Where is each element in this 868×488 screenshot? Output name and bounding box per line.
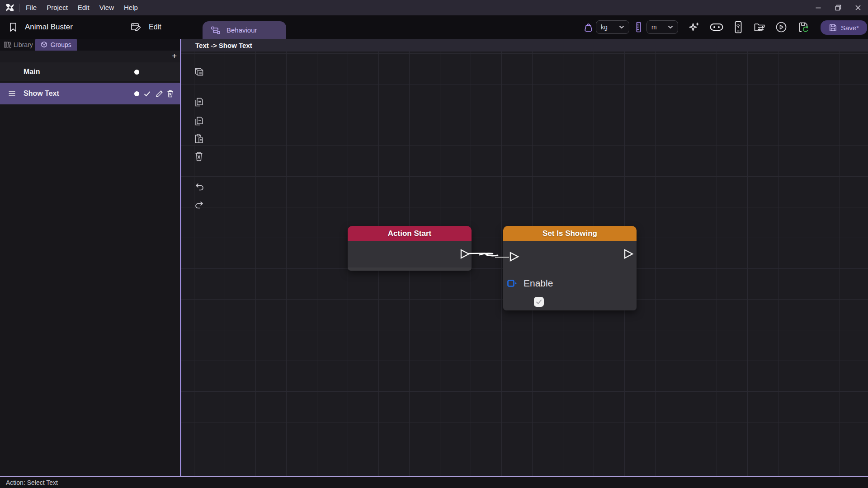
- menu-view[interactable]: View: [94, 0, 119, 15]
- sidebar-tab-groups-label: Groups: [51, 41, 71, 48]
- group-name: Show Text: [24, 89, 59, 98]
- node-set-is-showing[interactable]: Set Is Showing Enable: [503, 226, 637, 310]
- connection-wire-scribble: [480, 253, 498, 256]
- toolbar: Animal Buster Edit Behaviour kg m: [0, 15, 868, 39]
- group-status-dot: [134, 91, 139, 96]
- node-title: Set Is Showing: [503, 226, 637, 241]
- redo-icon[interactable]: [193, 200, 205, 211]
- edit-project-button[interactable]: Edit: [130, 15, 161, 39]
- groups-icon: [41, 41, 47, 48]
- weight-unit-select[interactable]: kg: [596, 20, 629, 34]
- app-logo-icon: [5, 2, 15, 13]
- status-bar: Action: Select Text: [0, 477, 868, 488]
- edit-label: Edit: [149, 23, 161, 31]
- delete-icon[interactable]: [193, 150, 204, 162]
- bookmark-icon: [8, 22, 18, 33]
- status-text: Action: Select Text: [6, 479, 58, 486]
- cut-icon[interactable]: [193, 115, 204, 127]
- status-divider: [0, 476, 868, 477]
- library-icon: [4, 41, 11, 48]
- sidebar-tab-library[interactable]: Library: [0, 39, 35, 51]
- paste-icon[interactable]: [193, 133, 204, 145]
- tab-behaviour[interactable]: Behaviour: [203, 21, 286, 39]
- save-button-label: Save*: [841, 24, 859, 32]
- menu-edit[interactable]: Edit: [73, 0, 94, 15]
- behaviour-canvas[interactable]: Text -> Show Text Action Start Set Is Sh…: [181, 39, 868, 476]
- behaviour-tab-label: Behaviour: [226, 26, 257, 34]
- chevron-down-icon: [619, 25, 624, 29]
- sidebar-tab-groups[interactable]: Groups: [35, 39, 77, 51]
- ruler-icon: [635, 15, 642, 39]
- sidebar-divider[interactable]: [180, 39, 181, 476]
- menu-file[interactable]: File: [21, 0, 42, 15]
- menu-project[interactable]: Project: [42, 0, 73, 15]
- enable-checkbox[interactable]: [534, 297, 544, 307]
- field-label: Enable: [524, 278, 553, 289]
- menu-bar: File Project Edit View Help: [0, 0, 868, 15]
- behaviour-wire-icon: [210, 25, 222, 36]
- delete-group-icon[interactable]: [167, 90, 174, 98]
- length-unit-value: m: [651, 23, 657, 31]
- menu-separator: [19, 4, 19, 12]
- weight-unit-value: kg: [601, 23, 608, 31]
- sidebar-tab-library-label: Library: [14, 41, 33, 48]
- save-button[interactable]: Save*: [821, 20, 867, 35]
- project-title: Animal Buster: [25, 23, 73, 32]
- group-row-show-text[interactable]: Show Text: [0, 83, 180, 104]
- minimize-button[interactable]: [808, 0, 828, 15]
- phone-preview-icon[interactable]: [733, 15, 743, 39]
- weight-icon: [583, 15, 594, 39]
- breadcrumb-label: Text -> Show Text: [195, 42, 252, 49]
- sidebar: Library Groups + Main Show Text: [0, 39, 180, 476]
- add-group-button[interactable]: +: [172, 52, 177, 61]
- group-status-dot: [134, 70, 139, 75]
- close-button[interactable]: [848, 0, 868, 15]
- bool-port-icon[interactable]: [507, 280, 517, 287]
- confirm-icon[interactable]: [144, 91, 151, 97]
- undo-icon[interactable]: [193, 182, 205, 192]
- controller-icon[interactable]: [709, 15, 724, 39]
- length-unit-select[interactable]: m: [646, 20, 678, 34]
- group-name: Main: [24, 68, 40, 76]
- node-title: Action Start: [348, 226, 472, 241]
- node-action-start[interactable]: Action Start: [348, 226, 472, 271]
- play-icon[interactable]: [775, 15, 787, 39]
- group-list-header: +: [0, 51, 180, 63]
- restore-button[interactable]: [828, 0, 848, 15]
- drag-handle-icon[interactable]: [8, 90, 16, 97]
- sparkle-icon[interactable]: [688, 15, 701, 39]
- breadcrumb: Text -> Show Text: [181, 39, 868, 52]
- save-floppy-icon: [829, 23, 837, 32]
- edit-icon: [130, 22, 142, 33]
- menu-help[interactable]: Help: [119, 0, 143, 15]
- add-node-icon[interactable]: [193, 66, 205, 78]
- project-files-icon[interactable]: [753, 15, 766, 39]
- group-row-main[interactable]: Main: [0, 62, 180, 81]
- rename-icon[interactable]: [156, 90, 163, 98]
- copy-icon[interactable]: [193, 96, 204, 108]
- save-sync-icon[interactable]: [797, 15, 810, 39]
- chevron-down-icon: [668, 25, 673, 29]
